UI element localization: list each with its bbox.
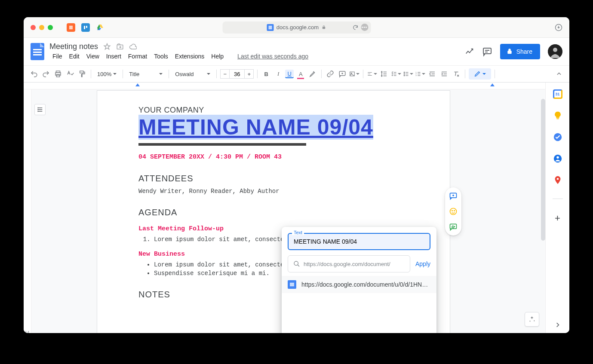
menu-extensions[interactable]: Extensions — [172, 52, 207, 61]
insert-image-button[interactable] — [349, 69, 359, 79]
menu-help[interactable]: Help — [208, 52, 227, 61]
insert-link-popup: Text https://docs.google.com/document/ A… — [282, 227, 436, 333]
document-title[interactable]: Meeting notes — [49, 42, 98, 51]
zoom-dropdown[interactable]: 100% — [95, 71, 119, 77]
svg-rect-0 — [84, 26, 85, 29]
activity-icon[interactable] — [465, 47, 474, 56]
document-workspace: 14 YOUR COMPANY MEETING NAME 09/04 04 SE… — [24, 89, 545, 333]
increase-indent-button[interactable] — [439, 69, 449, 79]
text-field-label: Text — [292, 230, 304, 235]
share-button[interactable]: Share — [500, 44, 540, 59]
trello-extension-icon[interactable] — [81, 23, 90, 32]
explore-button[interactable] — [525, 312, 539, 327]
maps-app-icon[interactable] — [553, 175, 562, 185]
collapse-toolbar-button[interactable] — [554, 69, 564, 79]
divider — [138, 143, 306, 146]
move-icon[interactable] — [116, 43, 124, 51]
numbered-list-button[interactable]: 123 — [415, 69, 425, 79]
tasks-app-icon[interactable] — [553, 132, 562, 142]
bulleted-list-button[interactable] — [403, 69, 413, 79]
scrollbar[interactable] — [541, 99, 545, 241]
bold-button[interactable]: B — [261, 69, 271, 79]
collapse-sidepanel-button[interactable] — [555, 322, 561, 328]
menu-file[interactable]: File — [49, 52, 65, 61]
paint-format-button[interactable] — [77, 69, 87, 79]
emoji-reaction-icon[interactable] — [449, 207, 458, 216]
text-color-button[interactable]: A — [295, 69, 306, 79]
svg-point-6 — [553, 48, 557, 52]
svg-point-30 — [556, 178, 559, 180]
attendees-heading[interactable]: ATTENDEES — [138, 174, 409, 184]
menu-insert[interactable]: Insert — [103, 52, 124, 61]
style-dropdown[interactable]: Title — [126, 71, 165, 77]
font-dropdown[interactable]: Oswald — [172, 71, 213, 77]
horizontal-ruler[interactable] — [24, 83, 569, 89]
meeting-title[interactable]: MEETING NAME 09/04 — [138, 115, 373, 140]
close-window-button[interactable] — [31, 25, 36, 30]
menu-view[interactable]: View — [83, 52, 102, 61]
link-text-input[interactable] — [288, 233, 430, 250]
spellcheck-button[interactable] — [65, 69, 75, 79]
traffic-lights[interactable] — [31, 25, 53, 30]
undo-button[interactable] — [29, 69, 39, 79]
lock-icon — [321, 25, 326, 30]
line-spacing-button[interactable] — [379, 69, 389, 79]
add-comment-button[interactable] — [337, 69, 347, 79]
docs-logo-icon[interactable] — [31, 43, 44, 60]
comments-icon[interactable] — [482, 46, 492, 57]
company-heading[interactable]: YOUR COMPANY — [138, 106, 409, 115]
underline-button[interactable]: U — [285, 70, 294, 78]
font-size-increase[interactable]: + — [244, 69, 254, 79]
calendar-app-icon[interactable]: 31 — [553, 89, 562, 99]
docs-header: Meeting notes File Edit View Insert Form… — [24, 38, 569, 65]
document-outline-button[interactable] — [34, 104, 46, 115]
star-icon[interactable] — [103, 43, 111, 51]
font-size-decrease[interactable]: − — [220, 69, 230, 79]
add-comment-icon[interactable] — [449, 192, 458, 200]
link-suggestion[interactable]: https://docs.google.com/document/u/0/d/1… — [282, 276, 436, 293]
italic-button[interactable]: I — [273, 69, 283, 79]
align-button[interactable] — [367, 69, 377, 79]
address-bar[interactable]: docs.google.com ••• — [222, 21, 371, 34]
attendees-text[interactable]: Wendy Writer, Ronny Reader, Abby Author — [138, 188, 409, 195]
minimize-window-button[interactable] — [39, 25, 44, 30]
browser-extensions — [67, 23, 104, 32]
lock-icon — [506, 48, 513, 55]
highlight-button[interactable] — [307, 69, 318, 79]
print-button[interactable] — [53, 69, 63, 79]
drive-extension-icon[interactable] — [96, 23, 104, 32]
svg-point-14 — [404, 72, 405, 73]
editing-mode-button[interactable] — [469, 68, 491, 80]
meeting-meta[interactable]: 04 SEPTEMBER 20XX / 4:30 PM / ROOM 43 — [138, 153, 409, 161]
downloads-icon[interactable] — [555, 24, 562, 31]
apply-button[interactable]: Apply — [415, 260, 430, 267]
svg-point-24 — [454, 211, 455, 211]
agenda-heading[interactable]: AGENDA — [138, 208, 409, 217]
maximize-window-button[interactable] — [48, 25, 53, 30]
add-addon-button[interactable]: + — [555, 213, 560, 224]
redo-button[interactable] — [41, 69, 51, 79]
cloud-status-icon[interactable] — [129, 43, 137, 51]
safari-toolbar: docs.google.com ••• — [24, 17, 569, 38]
pencil-icon — [474, 70, 481, 77]
insert-link-button[interactable] — [325, 69, 335, 79]
keep-app-icon[interactable] — [553, 111, 562, 120]
menu-tools[interactable]: Tools — [151, 52, 171, 61]
reload-icon[interactable] — [352, 24, 358, 31]
link-search-field[interactable]: https://docs.google.com/document/ — [288, 255, 410, 272]
suggest-edit-icon[interactable] — [449, 223, 458, 231]
decrease-indent-button[interactable] — [427, 69, 437, 79]
svg-rect-10 — [80, 71, 83, 73]
checklist-button[interactable] — [391, 69, 401, 79]
extension-icon[interactable] — [67, 23, 75, 32]
browser-window: docs.google.com ••• Meeting notes File E… — [24, 17, 569, 333]
font-size-input[interactable] — [230, 69, 244, 79]
last-edit-link[interactable]: Last edit was seconds ago — [234, 52, 311, 61]
avatar[interactable] — [548, 44, 562, 59]
contacts-app-icon[interactable] — [553, 154, 562, 163]
vertical-ruler[interactable]: 14 — [24, 89, 31, 333]
menu-edit[interactable]: Edit — [66, 52, 83, 61]
clear-formatting-button[interactable] — [451, 69, 461, 79]
reader-icon[interactable]: ••• — [361, 24, 368, 31]
menu-format[interactable]: Format — [125, 52, 150, 61]
